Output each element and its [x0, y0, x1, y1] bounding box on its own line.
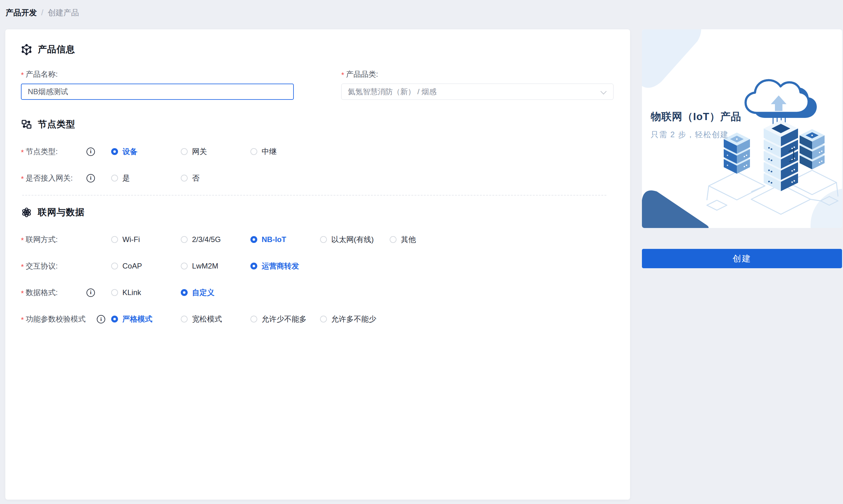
radio-dot — [111, 148, 118, 155]
section-title-network-data: 联网与数据 — [38, 206, 85, 219]
radio-repeater[interactable]: 中继 — [251, 147, 277, 157]
validation-mode-label: 功能参数校验模式 — [25, 314, 86, 324]
product-category-label: 产品品类: — [346, 69, 378, 79]
gateway-access-label: 是否接入网关: — [25, 173, 73, 183]
radio-dot — [111, 175, 118, 181]
radio-carrier-forward[interactable]: 运营商转发 — [251, 261, 299, 271]
info-icon[interactable] — [86, 174, 95, 182]
radio-dot — [390, 236, 397, 243]
breadcrumb: 产品开发 / 创建产品 — [6, 7, 79, 18]
radio-other[interactable]: 其他 — [390, 235, 416, 245]
product-name-input[interactable] — [21, 84, 294, 100]
radio-loose-mode[interactable]: 宽松模式 — [181, 314, 251, 324]
required-asterisk — [21, 174, 25, 182]
required-asterisk — [21, 288, 25, 297]
radio-dot — [111, 236, 118, 243]
required-asterisk — [21, 262, 25, 270]
validation-mode-radio-group: 严格模式 宽松模式 允许少不能多 允许多不能少 — [111, 314, 376, 324]
section-product-info: 产品信息 — [21, 44, 615, 55]
radio-strict-mode[interactable]: 严格模式 — [111, 314, 181, 324]
section-title-node-type: 节点类型 — [38, 118, 75, 131]
radio-gateway[interactable]: 网关 — [181, 147, 251, 157]
product-name-label: 产品名称: — [25, 69, 58, 79]
row-gateway-access: 是否接入网关: 是 否 — [21, 173, 615, 183]
protocol-radio-group: CoAP LwM2M 运营商转发 — [111, 261, 299, 271]
radio-lwm2m[interactable]: LwM2M — [181, 262, 251, 270]
radio-coap[interactable]: CoAP — [111, 262, 181, 270]
radio-ethernet[interactable]: 以太网(有线) — [320, 235, 390, 245]
radio-dot — [181, 316, 188, 323]
radio-dot — [181, 263, 188, 269]
network-mode-radio-group: Wi-Fi 2/3/4/5G NB-IoT 以太网(有线) 其他 — [111, 235, 416, 245]
node-type-label: 节点类型: — [25, 147, 58, 157]
required-asterisk — [21, 147, 25, 156]
field-product-category: 产品品类: 氦氪智慧消防（新） / 烟感 — [341, 69, 614, 100]
row-node-type: 节点类型: 设备 网关 中继 — [21, 146, 615, 157]
radio-dot — [111, 316, 118, 323]
breadcrumb-separator: / — [41, 8, 44, 17]
info-icon[interactable] — [86, 147, 95, 156]
radio-dot — [181, 175, 188, 181]
hero-subtitle: 只需 2 步，轻松创建 — [651, 129, 741, 140]
field-product-name: 产品名称: — [21, 69, 294, 100]
breadcrumb-item-create-product: 创建产品 — [48, 7, 79, 18]
product-form-card: 产品信息 产品名称: 产品品类: 氦氪智慧消防（新） / 烟感 节点类型 节点类… — [5, 29, 630, 500]
required-asterisk — [21, 70, 25, 78]
radio-dot — [111, 289, 118, 296]
protocol-label: 交互协议: — [25, 261, 58, 271]
atom-icon — [21, 207, 32, 218]
radio-klink[interactable]: KLink — [111, 288, 181, 297]
radio-dot — [181, 148, 188, 155]
data-format-label: 数据格式: — [25, 288, 58, 298]
section-title-product-info: 产品信息 — [38, 43, 75, 56]
gateway-access-radio-group: 是 否 — [111, 173, 200, 183]
breadcrumb-item-product-development[interactable]: 产品开发 — [6, 7, 37, 18]
chevron-down-icon — [600, 88, 607, 94]
info-icon[interactable] — [86, 288, 95, 297]
hero-title: 物联网（IoT）产品 — [651, 110, 741, 124]
data-format-radio-group: KLink 自定义 — [111, 288, 214, 298]
section-node-type: 节点类型 — [21, 119, 615, 130]
product-category-value: 氦氪智慧消防（新） / 烟感 — [348, 87, 436, 97]
radio-dot — [251, 148, 257, 155]
radio-dot — [181, 289, 188, 296]
radio-dot — [251, 316, 257, 323]
section-divider — [22, 195, 606, 196]
product-category-select[interactable]: 氦氪智慧消防（新） / 烟感 — [341, 84, 614, 100]
required-asterisk — [341, 70, 346, 78]
radio-wifi[interactable]: Wi-Fi — [111, 235, 181, 244]
radio-dot — [251, 236, 257, 243]
iot-hero-card: 物联网（IoT）产品 只需 2 步，轻松创建 — [642, 29, 842, 228]
row-network-mode: 联网方式: Wi-Fi 2/3/4/5G NB-IoT 以太网(有线) 其他 — [21, 234, 615, 245]
row-data-format: 数据格式: KLink 自定义 — [21, 287, 615, 298]
radio-nbiot[interactable]: NB-IoT — [251, 235, 320, 244]
section-network-data: 联网与数据 — [21, 206, 615, 218]
radio-dot — [111, 263, 118, 269]
radio-device[interactable]: 设备 — [111, 147, 181, 157]
cube-icon — [21, 44, 32, 55]
required-asterisk — [21, 235, 25, 244]
radio-dot — [181, 236, 188, 243]
radio-yes[interactable]: 是 — [111, 173, 181, 183]
radio-allow-fewer[interactable]: 允许少不能多 — [251, 314, 320, 324]
radio-custom[interactable]: 自定义 — [181, 288, 214, 298]
radio-dot — [320, 236, 327, 243]
row-validation-mode: 功能参数校验模式 严格模式 宽松模式 允许少不能多 允许多不能少 — [21, 314, 615, 324]
radio-dot — [251, 263, 257, 269]
topology-icon — [21, 119, 32, 130]
required-asterisk — [21, 315, 25, 323]
radio-allow-more[interactable]: 允许多不能少 — [320, 314, 376, 324]
radio-cellular[interactable]: 2/3/4/5G — [181, 235, 251, 244]
row-protocol: 交互协议: CoAP LwM2M 运营商转发 — [21, 261, 615, 271]
create-button[interactable]: 创建 — [642, 249, 842, 268]
radio-dot — [320, 316, 327, 323]
network-mode-label: 联网方式: — [25, 235, 58, 245]
radio-no[interactable]: 否 — [181, 173, 200, 183]
node-type-radio-group: 设备 网关 中继 — [111, 147, 277, 157]
info-icon[interactable] — [97, 315, 105, 323]
